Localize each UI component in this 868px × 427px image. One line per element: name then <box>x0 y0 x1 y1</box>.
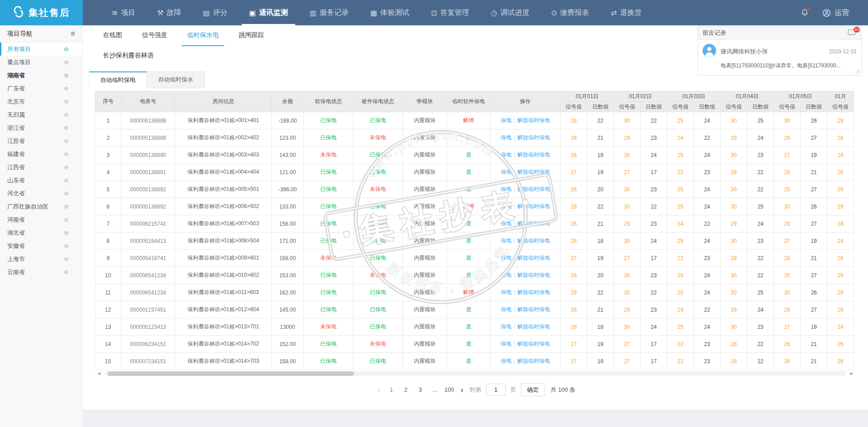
protect-link[interactable]: 保电 <box>500 237 511 244</box>
page-tab[interactable]: 临时保水电 <box>182 25 224 46</box>
expand-circle-icon[interactable]: ⊕ <box>64 138 69 144</box>
remove-temp-protect-link[interactable]: 解除临时保电 <box>518 134 550 141</box>
collapse-circle-icon[interactable]: ⊖ <box>64 46 69 52</box>
expand-circle-icon[interactable]: ⊕ <box>64 242 69 249</box>
page-tab[interactable]: 跳闸跟踪 <box>233 25 269 46</box>
protect-link[interactable]: 保电 <box>500 169 511 175</box>
page-number[interactable]: 3 <box>415 386 425 393</box>
remove-temp-protect-link[interactable]: 解除临时保电 <box>518 152 550 158</box>
remove-temp-protect-link[interactable]: 解除临时保电 <box>518 323 550 330</box>
remove-temp-protect-link[interactable]: 解除临时保电 <box>518 203 550 209</box>
nav-item-monitor[interactable]: ▣通讯监测 <box>238 0 299 25</box>
expand-circle-icon[interactable]: ⊕ <box>64 164 69 171</box>
confirm-page-button[interactable]: 确定 <box>521 383 545 396</box>
page-tab[interactable]: 在线图 <box>98 25 127 46</box>
panel-resize-handle[interactable] <box>855 69 860 74</box>
scrollbar-thumb[interactable] <box>108 371 354 376</box>
sidebar-item[interactable]: 江苏省⊕ <box>0 134 82 147</box>
next-page-button[interactable]: › <box>459 385 465 394</box>
user-menu[interactable]: 运营 <box>822 8 849 18</box>
protect-link[interactable]: 保电 <box>500 289 511 295</box>
nav-item-progress-clock[interactable]: ◷调试进度 <box>480 0 540 25</box>
expand-circle-icon[interactable]: ⊕ <box>64 177 69 184</box>
sidebar-item[interactable]: 福建省⊕ <box>0 147 82 161</box>
protect-link[interactable]: 保电 <box>500 203 511 209</box>
remove-temp-protect-link[interactable]: 解除临时保电 <box>518 358 550 364</box>
balance: 145.00 <box>272 301 304 318</box>
remove-temp-protect-link[interactable]: 解除临时保电 <box>518 306 550 313</box>
remove-temp-protect-link[interactable]: 解除临时保电 <box>518 289 550 295</box>
nav-item-layers[interactable]: ≋项目 <box>101 0 146 25</box>
sidebar-item[interactable]: 重点项目⊕ <box>0 56 82 69</box>
sidebar-collapse-icon[interactable]: ≡ <box>71 29 75 38</box>
protect-link[interactable]: 保电 <box>500 272 511 278</box>
prev-page-button[interactable]: ‹ <box>375 385 382 394</box>
expand-circle-icon[interactable]: ⊕ <box>64 151 69 157</box>
sidebar-item[interactable]: 江西省⊕ <box>0 161 82 174</box>
sidebar-item[interactable]: 广西壮族自治区⊕ <box>0 200 82 213</box>
nav-item-tools[interactable]: ⚒故障 <box>146 0 192 25</box>
message-item[interactable]: 捷讯网络科技小张 2020-12-31 电表[511793000110]抄读异常… <box>698 40 861 75</box>
page-number[interactable]: 1 <box>387 386 396 393</box>
protect-link[interactable]: 保电 <box>500 220 511 227</box>
expand-circle-icon[interactable]: ⊕ <box>64 111 69 118</box>
remove-temp-protect-link[interactable]: 解除临时保电 <box>518 169 550 175</box>
expand-circle-icon[interactable]: ⊕ <box>64 216 69 223</box>
expand-circle-icon[interactable]: ⊕ <box>64 203 69 210</box>
scroll-left-arrow[interactable]: ◄ <box>97 371 101 376</box>
expand-circle-icon[interactable]: ⊕ <box>64 72 69 79</box>
protect-link[interactable]: 保电 <box>500 117 511 123</box>
sidebar-item[interactable]: 广东省⊕ <box>0 82 82 95</box>
message-bubble-icon[interactable]: 10 <box>848 29 857 37</box>
sidebar-item[interactable]: 湖北省⊕ <box>0 226 82 239</box>
protect-link[interactable]: 保电 <box>500 152 511 158</box>
nav-item-score-card[interactable]: ▤评分 <box>192 0 238 25</box>
expand-circle-icon[interactable]: ⊕ <box>64 269 69 275</box>
sidebar-item[interactable]: 安徽省⊕ <box>0 239 82 252</box>
sidebar-item[interactable]: 所有项目⊖ <box>0 43 82 56</box>
sidebar-item[interactable]: 湖南省⊕ <box>0 69 82 82</box>
page-number[interactable]: 100 <box>444 386 454 393</box>
expand-circle-icon[interactable]: ⊕ <box>64 85 69 92</box>
sidebar-item[interactable]: 无归属⊕ <box>0 108 82 121</box>
expand-circle-icon[interactable]: ⊕ <box>64 229 69 236</box>
protect-link[interactable]: 保电 <box>500 323 511 330</box>
remove-temp-protect-link[interactable]: 解除临时保电 <box>518 237 550 244</box>
protect-link[interactable]: 保电 <box>500 358 511 364</box>
scroll-right-arrow[interactable]: ► <box>849 371 854 376</box>
remove-temp-protect-link[interactable]: 解除临时保电 <box>518 341 550 347</box>
table-tab[interactable]: 自动临时保水 <box>147 71 205 88</box>
remove-temp-protect-link[interactable]: 解除临时保电 <box>518 255 550 261</box>
sidebar-item[interactable]: 北京市⊕ <box>0 95 82 108</box>
remove-temp-protect-link[interactable]: 解除临时保电 <box>518 220 550 227</box>
page-number[interactable]: 2 <box>401 386 411 393</box>
expand-circle-icon[interactable]: ⊕ <box>64 124 69 131</box>
expand-circle-icon[interactable]: ⊕ <box>64 256 69 262</box>
sidebar-item[interactable]: 山东省⊕ <box>0 174 82 187</box>
nav-item-chat[interactable]: ⊡答复管理 <box>420 0 480 25</box>
expand-circle-icon[interactable]: ⊕ <box>64 98 69 105</box>
remove-temp-protect-link[interactable]: 解除临时保电 <box>518 117 550 123</box>
remove-temp-protect-link[interactable]: 解除临时保电 <box>518 272 550 278</box>
notification-bell-icon[interactable] <box>800 8 809 18</box>
nav-item-test-grid[interactable]: ▦体验测试 <box>359 0 420 25</box>
protect-link[interactable]: 保电 <box>500 306 511 313</box>
page-tab[interactable]: 信号强度 <box>137 25 173 46</box>
protect-link[interactable]: 保电 <box>500 134 511 141</box>
nav-item-exchange[interactable]: ⇄退换货 <box>600 0 652 25</box>
sidebar-item[interactable]: 云南省⊕ <box>0 266 82 279</box>
goto-page-input[interactable] <box>486 384 506 396</box>
protect-link[interactable]: 保电 <box>500 341 511 347</box>
sidebar-item[interactable]: 河南省⊕ <box>0 213 82 226</box>
protect-link[interactable]: 保电 <box>500 255 511 261</box>
expand-circle-icon[interactable]: ⊕ <box>64 190 69 197</box>
sidebar-item[interactable]: 河北省⊕ <box>0 187 82 200</box>
sidebar-item[interactable]: 浙江省⊕ <box>0 121 82 134</box>
table-tab[interactable]: 自动临时保电 <box>89 71 147 88</box>
expand-circle-icon[interactable]: ⊕ <box>64 59 69 66</box>
protect-link[interactable]: 保电 <box>500 186 511 192</box>
nav-item-document[interactable]: ▥服务记录 <box>299 0 359 25</box>
nav-item-payment-report[interactable]: ⊙缴费报表 <box>540 0 600 25</box>
sidebar-item[interactable]: 上海市⊕ <box>0 252 82 266</box>
remove-temp-protect-link[interactable]: 解除临时保电 <box>518 186 550 192</box>
